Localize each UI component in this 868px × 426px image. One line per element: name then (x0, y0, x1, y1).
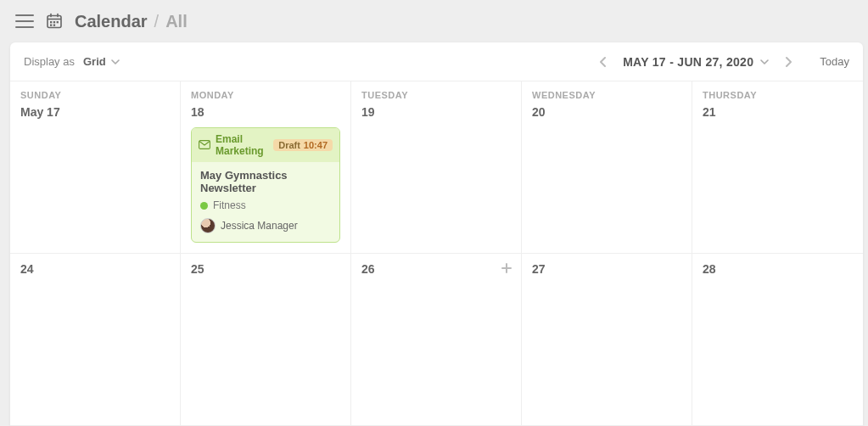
svg-rect-4 (57, 21, 59, 23)
date-label: 19 (361, 105, 511, 119)
display-as-value: Grid (83, 55, 106, 68)
svg-rect-3 (53, 21, 55, 23)
avatar (200, 218, 216, 233)
display-as-label: Display as (24, 55, 75, 68)
day-cell[interactable]: WEDNESDAY 20 (522, 81, 692, 254)
day-cell[interactable]: MONDAY 18 Email Marketing Draft 10:47 (181, 81, 351, 254)
event-title: May Gymnastics Newsletter (200, 169, 331, 194)
day-cell[interactable]: TUESDAY 19 (351, 81, 522, 254)
day-cell[interactable]: THURSDAY 21 (692, 81, 863, 254)
date-label: 21 (703, 105, 853, 119)
day-cell[interactable]: SUNDAY May 17 (10, 81, 181, 254)
status-time: 10:47 (304, 140, 328, 150)
status-badge: Draft 10:47 (273, 139, 333, 151)
menu-icon[interactable] (15, 14, 34, 28)
date-label: 26 (361, 262, 511, 276)
date-label: 25 (191, 262, 340, 276)
day-cell[interactable]: 25 (181, 254, 351, 426)
date-label: 18 (191, 105, 340, 119)
chevron-down-icon (760, 58, 769, 66)
date-range-picker[interactable]: MAY 17 - JUN 27, 2020 (623, 55, 769, 69)
event-user: Jessica Manager (221, 220, 298, 232)
date-label: 24 (20, 262, 170, 276)
prev-range-button[interactable] (596, 54, 611, 70)
date-label: 20 (532, 105, 681, 119)
svg-rect-5 (50, 25, 52, 26)
day-cell[interactable]: 28 (692, 254, 863, 426)
date-label: 27 (532, 262, 681, 276)
day-cell[interactable]: 26 (351, 254, 522, 426)
chevron-down-icon (111, 58, 120, 66)
breadcrumb-separator: / (154, 12, 160, 31)
day-cell[interactable]: 24 (10, 254, 181, 426)
calendar-grid: SUNDAY May 17 MONDAY 18 Email Marketing … (10, 81, 863, 426)
email-icon (199, 140, 210, 150)
event-card[interactable]: Email Marketing Draft 10:47 May Gymnasti… (191, 127, 340, 243)
next-range-button[interactable] (781, 54, 796, 70)
date-label: 28 (703, 262, 853, 276)
day-cell[interactable]: 27 (522, 254, 692, 426)
weekday-label: SUNDAY (20, 90, 170, 100)
display-as-select[interactable]: Grid (83, 55, 120, 68)
event-tag: Fitness (213, 199, 246, 211)
svg-rect-2 (50, 21, 52, 23)
weekday-label: TUESDAY (361, 90, 511, 100)
tag-dot-icon (200, 202, 208, 210)
add-event-button[interactable] (501, 262, 512, 274)
weekday-label: MONDAY (191, 90, 340, 100)
page-title[interactable]: Calendar (75, 12, 148, 31)
breadcrumb-section[interactable]: All (165, 12, 188, 31)
today-button[interactable]: Today (820, 55, 849, 68)
event-type-label: Email Marketing (216, 133, 268, 157)
date-label: May 17 (20, 105, 170, 119)
weekday-label: WEDNESDAY (532, 90, 681, 100)
date-range-text: MAY 17 - JUN 27, 2020 (623, 55, 753, 69)
calendar-icon (46, 13, 63, 30)
svg-rect-6 (53, 25, 55, 26)
weekday-label: THURSDAY (703, 90, 853, 100)
status-label: Draft (278, 140, 300, 150)
breadcrumb: Calendar / All (75, 12, 188, 31)
